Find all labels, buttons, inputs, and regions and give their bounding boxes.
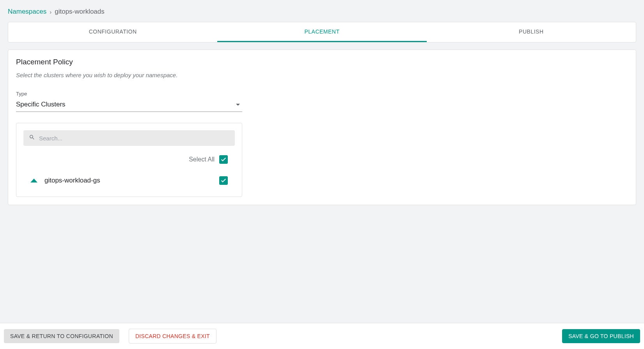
tab-placement[interactable]: PLACEMENT <box>217 22 426 42</box>
placement-card: Placement Policy Select the clusters whe… <box>8 50 636 205</box>
tab-configuration[interactable]: CONFIGURATION <box>8 22 217 42</box>
section-title: Placement Policy <box>16 58 628 66</box>
chevron-down-icon <box>236 104 240 106</box>
clusters-panel: Select All gitops-workload-gs <box>16 123 242 197</box>
cluster-checkbox[interactable] <box>219 176 228 185</box>
section-subtitle: Select the clusters where you wish to de… <box>16 72 628 78</box>
cluster-item: gitops-workload-gs <box>23 176 235 185</box>
breadcrumb-separator: › <box>50 9 51 15</box>
breadcrumb-root-link[interactable]: Namespaces <box>8 8 46 16</box>
select-all-label: Select All <box>189 156 215 163</box>
type-select-value: Specific Clusters <box>16 101 66 108</box>
tab-publish[interactable]: PUBLISH <box>427 22 636 42</box>
breadcrumb: Namespaces › gitops-workloads <box>8 8 636 16</box>
save-return-button[interactable]: SAVE & RETURN TO CONFIGURATION <box>4 329 119 343</box>
breadcrumb-current: gitops-workloads <box>55 8 105 16</box>
footer-bar: SAVE & RETURN TO CONFIGURATION DISCARD C… <box>0 323 644 349</box>
select-all-row: Select All <box>23 155 235 164</box>
expand-icon[interactable] <box>30 179 37 182</box>
type-field: Type Specific Clusters <box>16 91 242 112</box>
discard-button[interactable]: DISCARD CHANGES & EXIT <box>129 329 216 344</box>
search-icon <box>29 134 35 142</box>
cluster-name: gitops-workload-gs <box>44 177 100 184</box>
tabs: CONFIGURATION PLACEMENT PUBLISH <box>8 22 636 43</box>
save-go-publish-button[interactable]: SAVE & GO TO PUBLISH <box>562 329 640 343</box>
search-input[interactable] <box>39 135 229 142</box>
type-select[interactable]: Specific Clusters <box>16 98 242 112</box>
search-box <box>23 130 235 146</box>
select-all-checkbox[interactable] <box>219 155 228 164</box>
type-field-label: Type <box>16 91 242 97</box>
